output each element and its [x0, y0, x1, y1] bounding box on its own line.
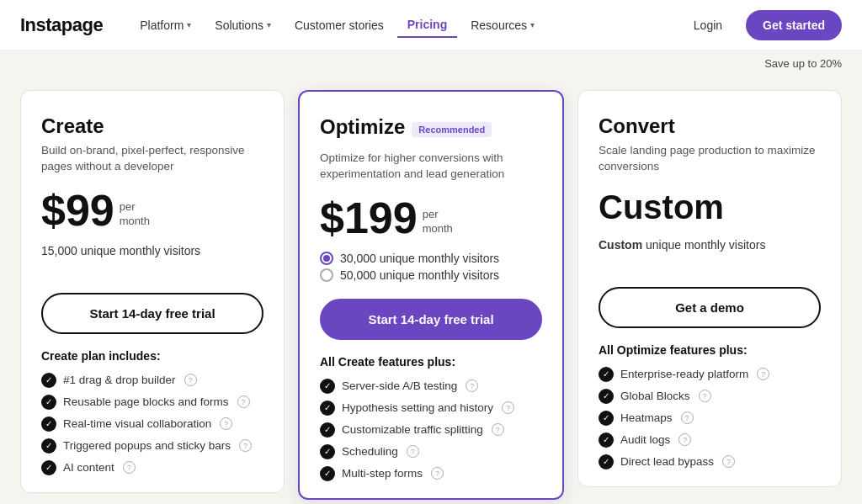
info-icon[interactable]: ?	[407, 445, 419, 458]
list-item: ✓ #1 drag & drop builder ?	[41, 373, 263, 388]
list-item: ✓ Scheduling ?	[320, 444, 542, 459]
info-icon[interactable]: ?	[431, 467, 444, 480]
price-block-create: $99 permonth	[41, 188, 263, 232]
plan-title-convert: Convert	[599, 114, 821, 138]
feature-list-optimize: ✓ Server-side A/B testing ? ✓ Hypothesis…	[320, 379, 542, 481]
list-item: ✓ AI content ?	[41, 460, 263, 475]
plan-subtitle-create: Build on-brand, pixel-perfect, responsiv…	[41, 143, 263, 175]
check-icon: ✓	[599, 454, 614, 470]
brand-logo: Instapage	[20, 14, 103, 36]
includes-title-convert: All Optimize features plus:	[599, 343, 821, 357]
list-item: ✓ Enterprise-ready platform ?	[599, 367, 821, 382]
check-icon: ✓	[41, 460, 56, 475]
chevron-down-icon: ▾	[187, 20, 191, 29]
save-banner: Save up to 20%	[0, 50, 862, 77]
info-icon[interactable]: ?	[678, 433, 691, 446]
info-icon[interactable]: ?	[681, 411, 694, 424]
check-icon: ✓	[41, 373, 56, 388]
check-icon: ✓	[599, 367, 614, 382]
info-icon[interactable]: ?	[699, 390, 711, 402]
check-icon: ✓	[41, 438, 56, 454]
list-item: ✓ Multi-step forms ?	[320, 466, 542, 481]
nav-item-solutions[interactable]: Solutions ▾	[205, 13, 281, 37]
visitors-option-50k[interactable]: 50,000 unique monthly visitors	[320, 268, 542, 282]
nav-item-customer-stories[interactable]: Customer stories	[285, 13, 394, 37]
info-icon[interactable]: ?	[722, 455, 735, 468]
cta-button-convert[interactable]: Get a demo	[599, 287, 821, 328]
check-icon: ✓	[599, 432, 614, 448]
list-item: ✓ Heatmaps ?	[599, 411, 821, 426]
check-icon: ✓	[41, 395, 56, 410]
nav-links: Platform ▾ Solutions ▾ Customer stories …	[130, 13, 680, 38]
price-amount-create: $99	[41, 188, 114, 232]
info-icon[interactable]: ?	[220, 417, 232, 430]
cta-button-create[interactable]: Start 14-day free trial	[41, 293, 263, 334]
price-block-convert: Custom	[599, 188, 821, 226]
plan-card-convert: Convert Scale landing page production to…	[577, 90, 842, 487]
login-button[interactable]: Login	[680, 12, 736, 39]
list-item: ✓ Direct lead bypass ?	[599, 454, 821, 470]
chevron-down-icon: ▾	[530, 20, 535, 29]
nav-item-platform[interactable]: Platform ▾	[130, 13, 201, 37]
cta-button-optimize[interactable]: Start 14-day free trial	[320, 299, 542, 340]
check-icon: ✓	[320, 401, 335, 416]
nav-right: Login Get started	[680, 10, 842, 40]
navbar: Instapage Platform ▾ Solutions ▾ Custome…	[0, 0, 862, 50]
price-amount-optimize: $199	[320, 196, 418, 240]
visitors-option-30k[interactable]: 30,000 unique monthly visitors	[320, 252, 542, 265]
feature-list-convert: ✓ Enterprise-ready platform ? ✓ Global B…	[599, 367, 821, 470]
pricing-section: Create Build on-brand, pixel-perfect, re…	[0, 77, 862, 504]
check-icon: ✓	[599, 389, 614, 404]
list-item: ✓ Reusable page blocks and forms ?	[41, 395, 263, 410]
list-item: ✓ Audit logs ?	[599, 432, 821, 448]
check-icon: ✓	[320, 466, 335, 481]
price-period-optimize: permonth	[423, 208, 453, 236]
info-icon[interactable]: ?	[184, 374, 197, 386]
list-item: ✓ Hypothesis setting and history ?	[320, 401, 542, 416]
list-item: ✓ Triggered popups and sticky bars ?	[41, 438, 263, 454]
optimize-title-row: Optimize Recommended	[320, 115, 542, 144]
plan-subtitle-optimize: Optimize for higher conversions with exp…	[320, 151, 542, 183]
radio-icon[interactable]	[320, 252, 333, 265]
plan-subtitle-convert: Scale landing page production to maximiz…	[599, 143, 821, 175]
visitors-convert: Custom unique monthly visitors	[599, 238, 821, 252]
plan-title-create: Create	[41, 114, 263, 138]
visitors-create: 15,000 unique monthly visitors	[41, 244, 263, 257]
plan-title-optimize: Optimize	[320, 115, 405, 139]
info-icon[interactable]: ?	[466, 379, 478, 392]
check-icon: ✓	[41, 416, 56, 432]
price-custom-convert: Custom	[599, 188, 724, 226]
includes-title-optimize: All Create features plus:	[320, 355, 542, 369]
check-icon: ✓	[320, 444, 335, 459]
info-icon[interactable]: ?	[757, 368, 769, 380]
check-icon: ✓	[599, 411, 614, 426]
nav-item-resources[interactable]: Resources ▾	[460, 13, 545, 37]
check-icon: ✓	[320, 379, 335, 394]
get-started-button[interactable]: Get started	[746, 10, 842, 40]
info-icon[interactable]: ?	[237, 395, 250, 408]
radio-icon[interactable]	[320, 268, 333, 282]
plan-card-create: Create Build on-brand, pixel-perfect, re…	[20, 90, 285, 493]
list-item: ✓ Customizable traffic splitting ?	[320, 422, 542, 438]
price-period-create: permonth	[120, 200, 150, 229]
nav-item-pricing[interactable]: Pricing	[397, 13, 457, 38]
recommended-badge: Recommended	[412, 122, 492, 137]
list-item: ✓ Real-time visual collaboration ?	[41, 416, 263, 432]
list-item: ✓ Global Blocks ?	[599, 389, 821, 404]
info-icon[interactable]: ?	[123, 461, 136, 474]
check-icon: ✓	[320, 422, 335, 438]
info-icon[interactable]: ?	[492, 423, 504, 436]
chevron-down-icon: ▾	[267, 20, 271, 29]
plan-card-optimize: Optimize Recommended Optimize for higher…	[298, 90, 564, 500]
price-block-optimize: $199 permonth	[320, 196, 542, 240]
includes-title-create: Create plan includes:	[41, 349, 263, 363]
info-icon[interactable]: ?	[239, 439, 252, 452]
feature-list-create: ✓ #1 drag & drop builder ? ✓ Reusable pa…	[41, 373, 263, 475]
info-icon[interactable]: ?	[502, 401, 514, 414]
list-item: ✓ Server-side A/B testing ?	[320, 379, 542, 394]
